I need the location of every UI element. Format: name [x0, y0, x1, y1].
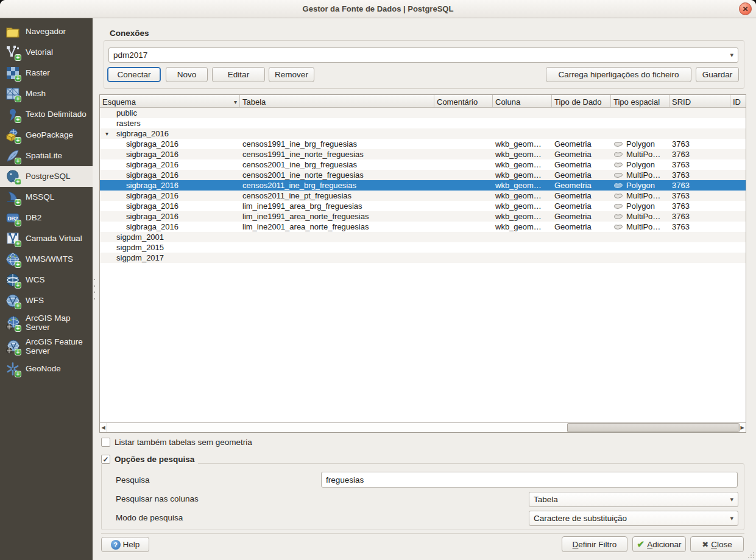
sidebar-item-wms-wmts[interactable]: + WMS/WMTS	[0, 249, 93, 270]
table-row[interactable]: sigbraga_2016 censos1991_ine_brg_fregues…	[100, 139, 746, 149]
virtual-layer-icon: +	[5, 231, 20, 246]
table-row[interactable]: rasters	[100, 118, 746, 128]
plus-badge-icon: +	[15, 371, 21, 377]
table-row[interactable]: public	[100, 108, 746, 118]
sidebar-item-label: WCS	[26, 276, 45, 285]
sidebar-item-postgresql[interactable]: + PostgreSQL	[0, 166, 93, 187]
search-input[interactable]	[321, 472, 738, 488]
table-row[interactable]: sigbraga_2016 lim_ine2001_area_norte_fre…	[100, 222, 746, 232]
polygon-icon	[613, 172, 623, 178]
sidebar-item-mesh[interactable]: + Mesh	[0, 83, 93, 104]
column-header-coluna[interactable]: Coluna	[493, 95, 552, 107]
table-row[interactable]: sigpdm_2017	[100, 253, 746, 263]
table-row[interactable]: sigbraga_2016 lim_ine1991_area_norte_fre…	[100, 211, 746, 222]
plus-badge-icon: +	[15, 349, 21, 355]
sidebar-item-label: ArcGIS Map Server	[26, 314, 91, 332]
search-options-label: Opções de pesquisa	[115, 455, 194, 464]
search-mode-value: Caractere de substituição	[534, 514, 627, 523]
scroll-right-icon[interactable]: ▶	[738, 423, 746, 432]
search-options-checkbox[interactable]: ✓	[101, 455, 110, 464]
close-button[interactable]: ✖ Close	[690, 536, 744, 552]
edit-connection-button[interactable]: Editar	[212, 67, 265, 82]
sidebar-splitter-handle[interactable]	[93, 279, 96, 299]
connect-button[interactable]: Conectar	[107, 67, 161, 82]
polygon-icon	[613, 223, 623, 230]
list-tables-without-geometry-checkbox[interactable]	[101, 438, 110, 447]
plus-badge-icon: +	[15, 178, 21, 185]
arcgis-map-server-icon: +	[5, 316, 20, 331]
load-connections-button[interactable]: Carrega hiperligações do ficheiro	[546, 67, 691, 82]
table-row[interactable]: sigbraga_2016 censos2001_ine_norte_fregu…	[100, 170, 746, 180]
plus-badge-icon: +	[15, 199, 21, 206]
sidebar-item-label: MSSQL	[26, 193, 54, 202]
add-button[interactable]: ✔ Adicionar	[632, 536, 686, 552]
window-close-button[interactable]: ✕	[739, 2, 752, 15]
column-header-esquema[interactable]: Esquema ▾	[100, 95, 240, 107]
sidebar-item-spatialite[interactable]: + SpatiaLite	[0, 145, 93, 166]
table-row-selected[interactable]: sigbraga_2016 censos2011_ine_brg_fregues…	[100, 180, 746, 191]
sidebar-item-wcs[interactable]: + WCS	[0, 270, 93, 290]
scroll-left-icon[interactable]: ◀	[100, 423, 107, 432]
sidebar-item-geopackage[interactable]: + GeoPackage	[0, 125, 93, 145]
sidebar-item-label: WFS	[26, 296, 44, 306]
column-header-id[interactable]: ID	[730, 95, 746, 107]
search-in-columns-select[interactable]: Tabela ▾	[529, 492, 738, 507]
search-options-row: ✓ Opções de pesquisa	[101, 455, 198, 464]
plus-badge-icon: +	[15, 54, 21, 61]
geopackage-icon: +	[5, 128, 20, 142]
table-row[interactable]: sigbraga_2016 lim_ine1991_area_brg_fregu…	[100, 201, 746, 211]
resize-grip[interactable]	[747, 551, 755, 559]
sidebar-item-mssql[interactable]: + MSSQL	[0, 187, 93, 208]
wfs-icon: +	[5, 293, 20, 308]
new-connection-button[interactable]: Novo	[166, 67, 208, 82]
connections-group-label: Conexões	[110, 29, 149, 38]
sidebar-item-wfs[interactable]: + WFS	[0, 290, 93, 311]
sidebar-item-geonode[interactable]: + GeoNode	[0, 359, 93, 379]
horizontal-scrollbar[interactable]: ◀ ▶	[100, 422, 746, 432]
help-button[interactable]: ? Help	[101, 537, 149, 552]
set-filter-button[interactable]: Definir Filtro	[562, 536, 627, 552]
sidebar-item-texto-delimitado[interactable]: + Texto Delimitado	[0, 104, 93, 125]
sidebar-item-label: Navegador	[26, 27, 66, 37]
expander-icon[interactable]: ▾	[105, 128, 108, 139]
table-row[interactable]: ▾ sigbraga_2016	[100, 128, 746, 139]
scrollbar-thumb[interactable]	[567, 423, 740, 432]
table-row[interactable]: sigbraga_2016 censos2001_ine_brg_fregues…	[100, 159, 746, 170]
data-source-manager-dialog: Gestor da Fonte de Dados | PostgreSQL ✕ …	[0, 0, 756, 560]
polygon-icon	[613, 182, 623, 189]
titlebar[interactable]: Gestor da Fonte de Dados | PostgreSQL ✕	[0, 0, 756, 18]
table-row[interactable]: sigbraga_2016 censos2011_ine_pt_freguesi…	[100, 191, 746, 201]
sidebar-item-camada-virtual[interactable]: + Camada Virtual	[0, 228, 93, 249]
column-header-tabela[interactable]: Tabela	[240, 95, 434, 107]
mssql-icon: +	[5, 190, 20, 205]
table-row[interactable]: sigpdm_2001	[100, 232, 746, 242]
sort-arrow-icon: ▾	[234, 99, 237, 105]
table-row[interactable]: sigbraga_2016 censos1991_ine_norte_fregu…	[100, 149, 746, 159]
sidebar-item-arcgis-feature-server[interactable]: + ArcGIS Feature Server	[0, 335, 93, 359]
plus-badge-icon: +	[15, 158, 21, 164]
sidebar-item-navegador[interactable]: Navegador	[0, 21, 93, 42]
geonode-icon: +	[5, 362, 20, 376]
wms-icon: +	[5, 252, 20, 267]
search-mode-select[interactable]: Caractere de substituição ▾	[529, 511, 738, 526]
plus-badge-icon: +	[15, 116, 21, 123]
remove-connection-button[interactable]: Remover	[269, 67, 314, 82]
sidebar-item-db2[interactable]: DB2 + DB2	[0, 208, 93, 228]
search-in-columns-value: Tabela	[534, 495, 558, 504]
column-header-comentario[interactable]: Comentário	[434, 95, 493, 107]
plus-badge-icon: +	[15, 282, 21, 289]
sidebar-item-arcgis-map-server[interactable]: + ArcGIS Map Server	[0, 311, 93, 335]
column-header-tipo-espacial[interactable]: Tipo espacial	[611, 95, 669, 107]
window-title: Gestor da Fonte de Dados | PostgreSQL	[303, 4, 454, 13]
table-row[interactable]: sigpdm_2015	[100, 242, 746, 253]
connection-select[interactable]: pdm2017 ▾	[108, 47, 738, 63]
sidebar-item-raster[interactable]: + Raster	[0, 63, 93, 83]
check-icon: ✓	[102, 455, 108, 464]
add-check-icon: ✔	[637, 539, 645, 550]
sidebar-item-label: Raster	[26, 69, 50, 78]
column-header-tipo-de-dado[interactable]: Tipo de Dado	[552, 95, 611, 107]
sidebar-item-label: SpatiaLite	[26, 152, 62, 161]
sidebar-item-vetorial[interactable]: + Vetorial	[0, 42, 93, 63]
save-connections-button[interactable]: Guardar	[696, 67, 739, 82]
column-header-srid[interactable]: SRID	[669, 95, 730, 107]
